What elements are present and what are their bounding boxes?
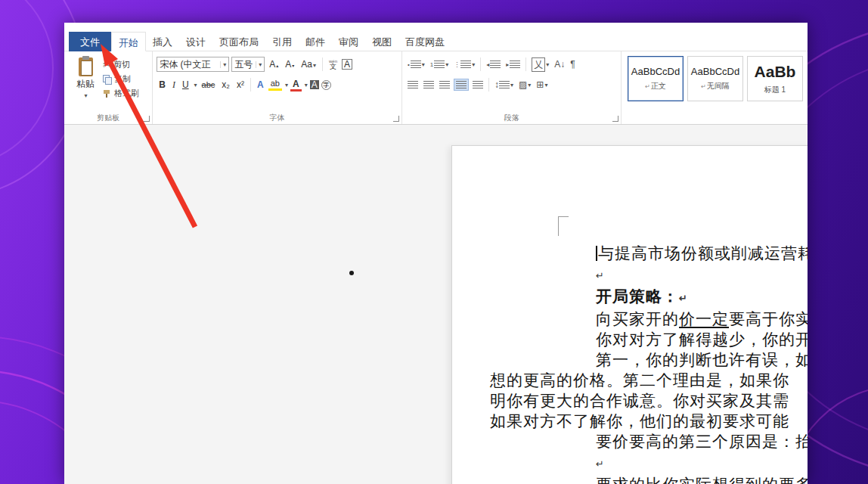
underlined-text: 价一定 <box>679 310 729 327</box>
doc-line[interactable]: 要求的比你实际想得到的要多（你要 <box>452 474 808 484</box>
doc-line[interactable]: 开局策略：↵ <box>452 286 808 309</box>
tab-references[interactable]: 引用 <box>265 32 299 51</box>
clipboard-dialog-launcher-icon[interactable] <box>144 116 150 122</box>
doc-line[interactable]: 如果对方不了解你，他们的最初要求可能 <box>452 411 808 431</box>
style-heading1[interactable]: AaBb 标题 1 <box>747 56 803 101</box>
justify-icon <box>456 81 467 88</box>
font-family-dropdown-icon[interactable]: ▾ <box>220 61 226 68</box>
format-painter-button[interactable]: 格式刷 <box>103 88 139 99</box>
highlight-dropdown-icon[interactable]: ▾ <box>285 82 288 88</box>
document-page[interactable]: 与提高市场份额或削减运营耗费相比 ↵ 开局策略：↵ 向买家开的价一定要高于你实际… <box>451 145 808 484</box>
paste-button[interactable]: 粘贴 ▾ <box>68 55 103 111</box>
enclose-characters-button[interactable]: 字 <box>321 80 331 90</box>
underline-button[interactable]: U <box>180 79 191 90</box>
style-normal[interactable]: AaBbCcDd ↵正文 <box>628 56 684 101</box>
tab-page-layout[interactable]: 页面布局 <box>212 32 265 51</box>
font-color-button[interactable]: A <box>290 79 302 92</box>
phonetic-guide-button[interactable]: wén 文 <box>327 58 339 71</box>
multilevel-list-button[interactable]: ⋮▾ <box>452 59 476 70</box>
align-right-button[interactable] <box>438 79 451 90</box>
copy-button[interactable]: 复制 <box>103 73 139 85</box>
change-case-button[interactable]: Aa▾ <box>299 59 318 70</box>
text-effects-button[interactable]: A <box>255 79 266 90</box>
tab-home[interactable]: 开始 <box>111 32 146 51</box>
distribute-button[interactable] <box>471 79 485 90</box>
doc-line[interactable]: ↵ <box>452 451 808 474</box>
paragraph-group: •▾ 1▾ ⋮▾ ◂ ▸ 乂▾ A↓ ¶ ↕▾ ▨▾ ⊞▾ <box>402 51 622 124</box>
font-group: 宋体 (中文正 ▾ 五号 ▾ A▴ A▾ Aa▾ wén 文 A B <box>153 51 402 124</box>
doc-line[interactable]: 要价要高的第三个原因是：抬高你的 <box>452 431 808 451</box>
paste-clipboard-icon <box>79 57 93 76</box>
sort-button[interactable]: A↓ <box>553 57 566 71</box>
underline-dropdown-icon[interactable]: ▾ <box>194 82 197 88</box>
doc-line[interactable]: 想的更高的价格。第二个理由是，如果你 <box>452 370 808 390</box>
doc-line[interactable]: 第一，你的判断也许有误，如果你对 <box>452 349 808 370</box>
align-right-icon <box>439 81 450 88</box>
line-spacing-button[interactable]: ↕▾ <box>493 78 515 92</box>
font-color-dropdown-icon[interactable]: ▾ <box>305 82 308 88</box>
decrease-indent-button[interactable]: ◂ <box>485 59 502 70</box>
show-hide-marks-button[interactable]: ¶ <box>569 57 576 71</box>
document-area: 与提高市场份额或削减运营耗费相比 ↵ 开局策略：↵ 向买家开的价一定要高于你实际… <box>64 125 808 484</box>
tab-design[interactable]: 设计 <box>179 32 212 51</box>
tab-mailings[interactable]: 邮件 <box>299 32 332 51</box>
paragraph-mark: ↵ <box>679 293 687 304</box>
shrink-font-button[interactable]: A▾ <box>283 59 296 70</box>
separator <box>250 78 251 92</box>
clipboard-small-commands: ✂ 剪切 复制 格式刷 <box>103 55 139 111</box>
text-cursor <box>596 246 597 261</box>
borders-button[interactable]: ⊞▾ <box>535 78 549 92</box>
font-size-dropdown-icon[interactable]: ▾ <box>256 61 262 68</box>
font-family-combobox[interactable]: 宋体 (中文正 ▾ <box>157 57 229 72</box>
tab-file[interactable]: 文件 <box>69 32 111 51</box>
shading-button[interactable]: ▨▾ <box>517 78 532 92</box>
text-boundary-corner-mark <box>558 216 569 236</box>
character-shading-button[interactable]: A <box>310 80 319 89</box>
align-left-button[interactable] <box>406 79 420 90</box>
subscript-button[interactable]: x₂ <box>219 79 232 90</box>
paragraph-dialog-launcher-icon[interactable] <box>612 116 618 122</box>
numbering-button[interactable]: 1▾ <box>429 59 450 70</box>
asian-layout-button[interactable]: 乂▾ <box>530 56 550 73</box>
document-text: 与提高市场份额或削减运营耗费相比 ↵ 开局策略：↵ 向买家开的价一定要高于你实际… <box>452 243 808 484</box>
style-pilcrow-icon: ↵ <box>701 83 706 90</box>
superscript-button[interactable]: x² <box>234 79 246 90</box>
style-pilcrow-icon: ↵ <box>645 83 650 90</box>
bullets-button[interactable]: •▾ <box>406 59 426 70</box>
text-highlight-color-button[interactable]: ab <box>268 79 282 91</box>
tab-insert[interactable]: 插入 <box>146 32 179 51</box>
separator <box>322 57 323 71</box>
tab-view[interactable]: 视图 <box>365 32 398 51</box>
tab-baidu-netdisk[interactable]: 百度网盘 <box>398 32 451 51</box>
font-size-combobox[interactable]: 五号 ▾ <box>231 57 265 72</box>
shrink-font-icon: ▾ <box>292 64 294 68</box>
ribbon-tab-bar: 文件 开始 插入 设计 页面布局 引用 邮件 审阅 视图 百度网盘 <box>64 23 808 51</box>
distribute-icon <box>473 81 483 88</box>
italic-button[interactable]: I <box>170 79 178 90</box>
increase-indent-button[interactable]: ▸ <box>504 59 522 70</box>
font-dialog-launcher-icon[interactable] <box>393 116 399 122</box>
doc-line[interactable]: 向买家开的价一定要高于你实际想要 <box>452 309 808 329</box>
bold-button[interactable]: B <box>157 79 168 90</box>
strikethrough-button[interactable]: abc <box>200 80 218 90</box>
paste-dropdown-icon[interactable]: ▾ <box>84 92 87 99</box>
doc-line[interactable]: 你对对方了解得越少，你的开价应该 <box>452 329 808 349</box>
grow-font-button[interactable]: A▴ <box>267 59 281 70</box>
tab-review[interactable]: 审阅 <box>332 32 365 51</box>
align-center-button[interactable] <box>422 79 436 90</box>
character-border-button[interactable]: A <box>342 59 352 70</box>
cut-button[interactable]: ✂ 剪切 <box>103 59 139 70</box>
style-no-spacing[interactable]: AaBbCcDd ↵无间隔 <box>687 56 743 101</box>
copy-icon <box>103 75 111 83</box>
styles-gallery: AaBbCcDd ↵正文 AaBbCcDd ↵无间隔 AaBb 标题 1 <box>622 51 808 124</box>
align-center-icon <box>423 81 434 88</box>
doc-line[interactable]: 与提高市场份额或削减运营耗费相比 <box>452 243 808 263</box>
doc-line[interactable]: 明你有更大的合作诚意。你对买家及其需 <box>452 390 808 411</box>
font-size-value: 五号 <box>234 58 253 71</box>
cursor-dot <box>349 271 354 275</box>
multilevel-list-icon <box>460 60 471 68</box>
decrease-indent-icon <box>490 60 501 68</box>
doc-line[interactable]: ↵ <box>452 263 808 286</box>
align-left-icon <box>408 81 418 88</box>
justify-button[interactable] <box>454 79 469 91</box>
